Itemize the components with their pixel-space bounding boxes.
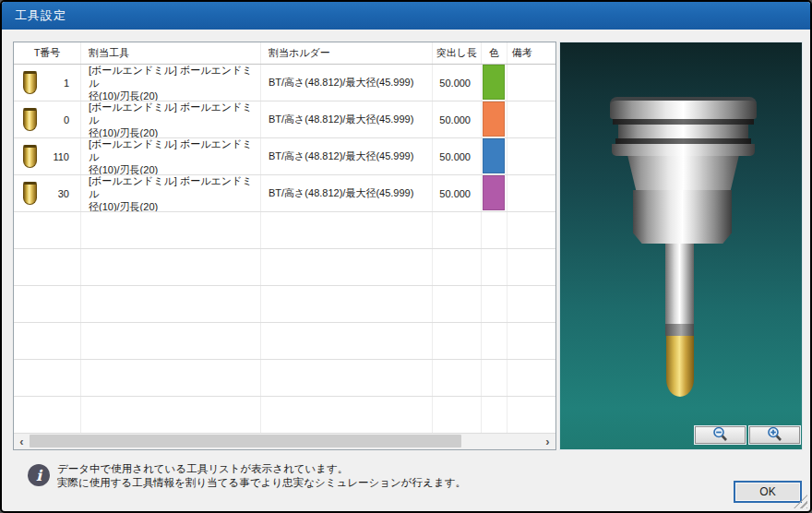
tool-collar-band bbox=[665, 324, 694, 336]
info-icon: i bbox=[28, 464, 50, 486]
tool-color-swatch bbox=[483, 101, 505, 137]
info-message-line1: データ中で使用されている工具リストが表示されています。 bbox=[57, 462, 466, 476]
column-header-color: 色 bbox=[482, 42, 508, 64]
tool-color-swatch bbox=[483, 65, 505, 100]
holder-name: BT/高さ(48.812)/最大径(45.999) bbox=[261, 65, 433, 101]
tool-name-line2: 径(10)/刃長(20) bbox=[89, 200, 158, 212]
ball-endmill-tip bbox=[666, 336, 694, 397]
table-header: T番号 割当工具 割当ホルダー 突出し長 色 備考 bbox=[14, 42, 555, 65]
column-header-remark: 備考 bbox=[508, 42, 555, 64]
protrusion-value: 50.000 bbox=[433, 138, 482, 174]
table-row[interactable]: 30 [ボールエンドミル] ボールエンドミル径(10)/刃長(20) BT/高さ… bbox=[14, 175, 555, 212]
scrollbar-thumb[interactable] bbox=[30, 435, 461, 447]
remark-cell bbox=[508, 175, 555, 211]
ball-endmill-icon bbox=[23, 71, 37, 94]
holder-flange-top bbox=[610, 97, 757, 119]
t-number: 110 bbox=[53, 151, 69, 162]
horizontal-scrollbar[interactable]: ‹ › bbox=[14, 433, 555, 449]
ball-endmill-icon bbox=[23, 145, 37, 168]
tool-shank bbox=[665, 244, 694, 324]
title-bar[interactable]: 工具設定 bbox=[2, 2, 810, 30]
protrusion-value: 50.000 bbox=[433, 175, 482, 211]
empty-row bbox=[14, 323, 555, 360]
column-header-protrusion: 突出し長 bbox=[433, 42, 482, 64]
table-row[interactable]: 0 [ボールエンドミル] ボールエンドミル径(10)/刃長(20) BT/高さ(… bbox=[14, 101, 555, 138]
remark-cell bbox=[508, 65, 555, 101]
table-row[interactable]: 110 [ボールエンドミル] ボールエンドミル径(10)/刃長(20) BT/高… bbox=[14, 138, 555, 175]
t-number: 30 bbox=[58, 188, 69, 199]
tool-table: T番号 割当工具 割当ホルダー 突出し長 色 備考 1 [ボールエンドミル] ボ… bbox=[13, 42, 556, 450]
holder-groove-ring bbox=[618, 125, 748, 138]
ok-button[interactable]: OK bbox=[734, 481, 802, 503]
zoom-out-button[interactable] bbox=[695, 426, 746, 444]
dialog-title: 工具設定 bbox=[15, 7, 66, 24]
holder-collet bbox=[633, 190, 732, 244]
tool-color-swatch bbox=[483, 175, 505, 210]
info-message-line2: 実際に使用する工具情報を割り当てる事でより忠実なシミュレーションが行えます。 bbox=[57, 476, 466, 490]
column-header-tool: 割当工具 bbox=[81, 42, 261, 64]
column-header-t-number: T番号 bbox=[14, 42, 81, 64]
tool-3d-preview[interactable] bbox=[559, 42, 803, 450]
info-message: データ中で使用されている工具リストが表示されています。 実際に使用する工具情報を… bbox=[57, 462, 466, 490]
tool-name-line1: [ボールエンドミル] ボールエンドミル bbox=[89, 175, 260, 200]
empty-row bbox=[14, 397, 555, 434]
t-number: 0 bbox=[64, 114, 69, 125]
holder-name: BT/高さ(48.812)/最大径(45.999) bbox=[261, 175, 433, 211]
scroll-right-arrow[interactable]: › bbox=[540, 434, 555, 448]
ball-endmill-icon bbox=[23, 182, 37, 205]
holder-name: BT/高さ(48.812)/最大径(45.999) bbox=[261, 101, 433, 137]
column-header-holder: 割当ホルダー bbox=[261, 42, 433, 64]
tool-settings-dialog: 工具設定 T番号 割当工具 割当ホルダー 突出し長 色 備考 1 [ボールエンド… bbox=[0, 0, 812, 513]
empty-row bbox=[14, 360, 555, 397]
table-row[interactable]: 1 [ボールエンドミル] ボールエンドミル径(10)/刃長(20) BT/高さ(… bbox=[14, 65, 555, 101]
remark-cell bbox=[508, 101, 555, 137]
tool-name-line1: [ボールエンドミル] ボールエンドミル bbox=[89, 101, 260, 126]
tool-name-line2: 径(10)/刃長(20) bbox=[89, 163, 158, 175]
zoom-in-button[interactable] bbox=[749, 426, 800, 444]
zoom-in-icon bbox=[764, 426, 786, 445]
zoom-out-icon bbox=[710, 426, 732, 445]
remark-cell bbox=[508, 138, 555, 174]
ball-endmill-icon bbox=[23, 108, 37, 131]
holder-flange-bottom bbox=[612, 144, 755, 156]
t-number: 1 bbox=[64, 78, 69, 89]
empty-row bbox=[14, 249, 555, 286]
tool-color-swatch bbox=[483, 138, 505, 173]
holder-taper-body bbox=[623, 156, 744, 191]
tool-name-line2: 径(10)/刃長(20) bbox=[89, 126, 158, 138]
empty-row bbox=[14, 212, 555, 249]
tool-name-line2: 径(10)/刃長(20) bbox=[89, 89, 158, 101]
scroll-left-arrow[interactable]: ‹ bbox=[14, 434, 30, 448]
empty-row bbox=[14, 286, 555, 323]
holder-name: BT/高さ(48.812)/最大径(45.999) bbox=[261, 138, 433, 174]
protrusion-value: 50.000 bbox=[433, 65, 482, 101]
protrusion-value: 50.000 bbox=[433, 101, 482, 137]
tool-name-line1: [ボールエンドミル] ボールエンドミル bbox=[89, 65, 260, 89]
tool-name-line1: [ボールエンドミル] ボールエンドミル bbox=[89, 138, 260, 163]
